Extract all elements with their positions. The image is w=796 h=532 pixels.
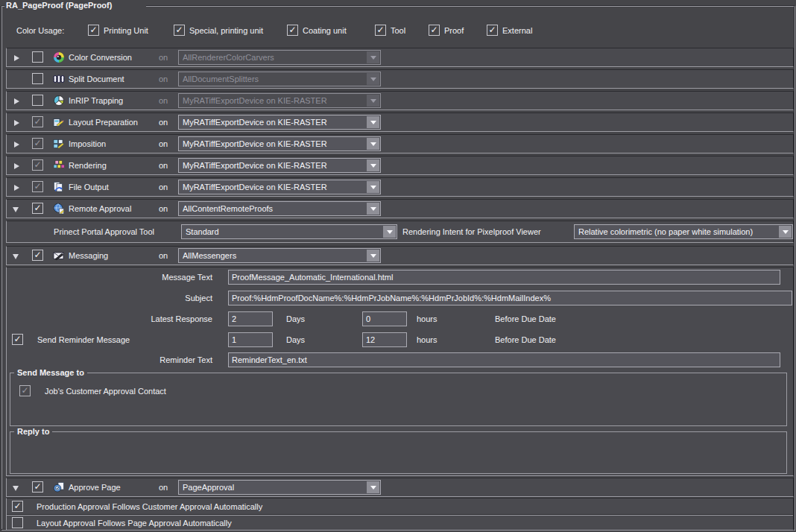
inrip-trapping-enable-checkbox[interactable] — [32, 95, 43, 106]
on-label: on — [159, 247, 168, 265]
on-label: on — [159, 71, 168, 88]
before-due-date-label: Before Due Date — [495, 311, 556, 326]
expand-arrow-icon[interactable] — [14, 98, 19, 104]
production-approval-checkbox[interactable]: ✓ — [12, 501, 23, 512]
dropdown-arrow-icon[interactable] — [367, 181, 379, 193]
tool-label: Tool — [391, 23, 405, 38]
latest-response-days-input[interactable] — [228, 311, 273, 326]
dropdown-arrow-icon[interactable] — [367, 116, 379, 128]
subject-input[interactable] — [228, 291, 792, 305]
color-usage-label: Color Usage: — [16, 23, 64, 38]
before-due-date-label: Before Due Date — [495, 332, 556, 347]
split-document-enable-checkbox[interactable] — [32, 73, 43, 84]
reminder-days-input[interactable] — [228, 332, 273, 347]
hours-label: hours — [417, 332, 438, 347]
send-reminder-checkbox[interactable]: ✓ — [12, 334, 23, 345]
external-checkbox[interactable]: ✓ — [487, 25, 498, 36]
row-label: Approve Page — [69, 479, 121, 496]
coating-unit-label: Coating unit — [303, 23, 347, 38]
row-file-output: ✓ File Output on MyRATiffExportDevice on… — [6, 177, 794, 197]
expand-arrow-icon[interactable] — [14, 55, 19, 61]
portal-approval-tool-value: Standard — [186, 226, 382, 238]
expand-arrow-icon[interactable] — [14, 120, 19, 126]
expand-arrow-icon[interactable] — [14, 142, 19, 148]
send-message-to-group: Send Message to ✓ Job's Customer Approva… — [10, 373, 787, 426]
device-select-value: AllMessengers — [183, 250, 365, 262]
dropdown-arrow-icon[interactable] — [367, 250, 379, 262]
on-label: on — [159, 157, 168, 174]
device-select-value: MyRATiffExportDevice on KIE-RASTER — [183, 159, 365, 172]
proof-label: Proof — [444, 23, 464, 38]
row-layout-preparation: ✓ Layout Preparation on MyRATiffExportDe… — [6, 113, 794, 132]
row-label: Rendering — [69, 157, 107, 174]
on-label: on — [159, 92, 168, 110]
device-select-value: AllRendererColorCarvers — [183, 51, 365, 64]
dropdown-arrow-icon[interactable] — [779, 226, 792, 238]
tool-checkbox[interactable]: ✓ — [375, 25, 386, 36]
row-imposition: ✓ Imposition on MyRATiffExportDevice on … — [6, 134, 794, 153]
expand-arrow-icon[interactable] — [14, 163, 19, 169]
special-printing-unit-checkbox[interactable]: ✓ — [174, 25, 185, 36]
reply-to-group: Reply to — [10, 431, 787, 474]
proof-checkbox[interactable]: ✓ — [429, 25, 440, 36]
messaging-enable-checkbox[interactable]: ✓ — [32, 250, 43, 261]
on-label: on — [159, 49, 168, 66]
device-select-value: MyRATiffExportDevice on KIE-RASTER — [183, 181, 365, 194]
collapse-arrow-icon[interactable] — [13, 207, 19, 212]
reminder-hours-input[interactable] — [362, 332, 407, 347]
dropdown-arrow-icon[interactable] — [367, 159, 379, 171]
row-label: Imposition — [69, 136, 106, 153]
frame-title: RA_PageProof (PageProof) — [6, 1, 112, 10]
printing-unit-checkbox[interactable]: ✓ — [88, 25, 99, 36]
dropdown-arrow-icon[interactable] — [367, 138, 379, 150]
device-select[interactable]: MyRATiffExportDevice on KIE-RASTER — [178, 136, 381, 151]
message-text-label: Message Text — [78, 270, 212, 285]
row-messaging: ✓ Messaging on AllMessengers — [6, 246, 794, 265]
imposition-icon — [53, 138, 65, 150]
device-select-value: MyRATiffExportDevice on KIE-RASTER — [183, 138, 365, 151]
send-reminder-label: Send Reminder Message — [37, 332, 130, 347]
approve-page-enable-checkbox[interactable]: ✓ — [32, 481, 43, 493]
remote-approval-enable-checkbox[interactable]: ✓ — [32, 203, 43, 214]
coating-unit-checkbox[interactable]: ✓ — [287, 25, 298, 36]
reminder-text-label: Reminder Text — [78, 352, 212, 367]
device-select[interactable]: AllContentRemoteProofs — [178, 201, 381, 216]
approve-page-details-panel: ✓ Production Approval Follows Customer A… — [6, 498, 794, 531]
rendering-intent-select[interactable]: Relative colorimetric (no paper white si… — [574, 224, 793, 239]
dropdown-arrow-icon[interactable] — [383, 226, 396, 238]
jobs-customer-approval-contact-checkbox: ✓ — [19, 385, 31, 396]
latest-response-hours-input[interactable] — [362, 311, 407, 326]
portal-approval-tool-select[interactable]: Standard — [181, 224, 397, 239]
dropdown-arrow-icon[interactable] — [367, 203, 379, 215]
row-color-conversion: Color Conversion on AllRendererColorCarv… — [6, 48, 794, 67]
device-select[interactable]: MyRATiffExportDevice on KIE-RASTER — [178, 158, 381, 173]
device-select[interactable]: MyRATiffExportDevice on KIE-RASTER — [178, 115, 381, 130]
on-label: on — [159, 179, 168, 196]
collapse-arrow-icon[interactable] — [13, 486, 19, 491]
expand-arrow-icon[interactable] — [14, 185, 19, 191]
days-label: Days — [286, 311, 305, 326]
device-select[interactable]: AllMessengers — [178, 248, 381, 263]
row-label: InRIP Trapping — [69, 92, 123, 110]
device-select-value: AllContentRemoteProofs — [183, 203, 365, 215]
row-label: Messaging — [69, 247, 108, 265]
dropdown-arrow-icon[interactable] — [367, 481, 379, 493]
color-conversion-enable-checkbox[interactable] — [32, 51, 43, 63]
device-select-value: MyRATiffExportDevice on KIE-RASTER — [183, 95, 365, 107]
device-select: AllDocumentSplitters — [178, 72, 381, 86]
printing-unit-label: Printing Unit — [104, 23, 148, 38]
layout-approval-checkbox[interactable] — [12, 517, 23, 528]
device-select[interactable]: PageApproval — [178, 480, 381, 495]
message-text-input[interactable] — [228, 270, 780, 285]
on-label: on — [159, 136, 168, 153]
device-select-value: MyRATiffExportDevice on KIE-RASTER — [183, 116, 365, 129]
production-approval-label: Production Approval Follows Customer App… — [37, 499, 262, 514]
latest-response-label: Latest Response — [78, 311, 212, 326]
row-label: Color Conversion — [69, 49, 132, 66]
portal-approval-tool-label: Prinect Portal Approval Tool — [14, 224, 154, 239]
collapse-arrow-icon[interactable] — [13, 254, 19, 259]
row-label: Split Document — [69, 71, 124, 88]
dropdown-arrow-icon — [367, 51, 379, 63]
device-select[interactable]: MyRATiffExportDevice on KIE-RASTER — [178, 180, 381, 194]
reminder-text-input[interactable] — [228, 352, 780, 367]
